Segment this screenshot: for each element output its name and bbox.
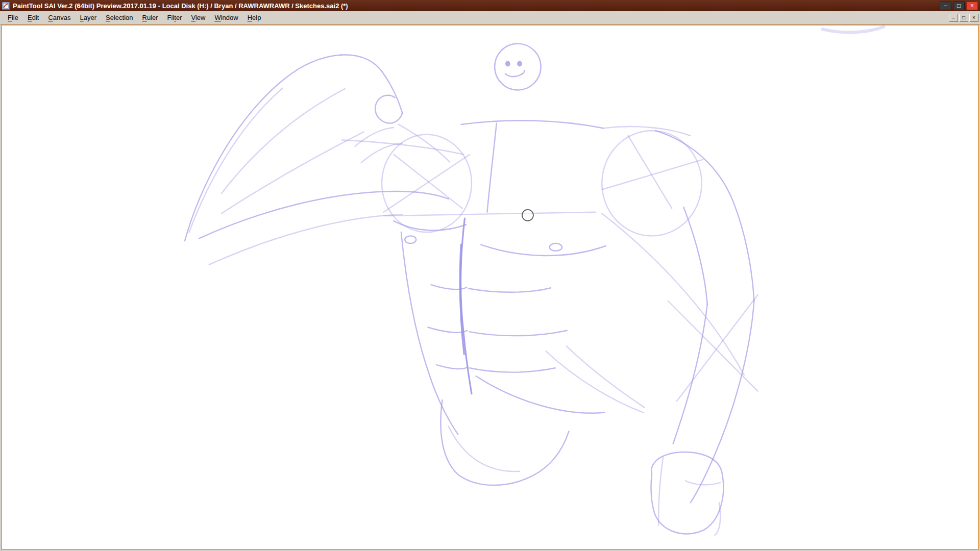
sketch-smiley: [495, 44, 541, 90]
menu-items: FileEditCanvasLayerSelectionRulerFilterV…: [3, 12, 265, 23]
document-window-controls: – □ ×: [949, 14, 978, 22]
menu-bar: FileEditCanvasLayerSelectionRulerFilterV…: [0, 11, 980, 24]
minimize-button[interactable]: –: [940, 2, 951, 10]
sketch-corner-stroke: [823, 27, 884, 32]
menu-edit[interactable]: Edit: [23, 12, 43, 23]
brush-cursor: [522, 210, 533, 221]
sketch-figure: [185, 55, 758, 535]
menu-selection[interactable]: Selection: [101, 12, 137, 23]
document-close-button[interactable]: ×: [969, 14, 978, 22]
menu-help[interactable]: Help: [243, 12, 266, 23]
title-bar: PaintTool SAI Ver.2 (64bit) Preview.2017…: [0, 0, 980, 11]
menu-filter[interactable]: Filter: [163, 12, 187, 23]
close-button[interactable]: ×: [966, 2, 978, 10]
canvas-viewport: [0, 24, 980, 551]
app-icon: [2, 2, 10, 10]
document-restore-button[interactable]: □: [959, 14, 968, 22]
menu-canvas[interactable]: Canvas: [43, 12, 75, 23]
menu-window[interactable]: Window: [210, 12, 242, 23]
drawing-canvas[interactable]: [1, 24, 979, 550]
window-controls: – □ ×: [940, 2, 978, 10]
menu-layer[interactable]: Layer: [75, 12, 101, 23]
window-title: PaintTool SAI Ver.2 (64bit) Preview.2017…: [13, 2, 348, 10]
menu-file[interactable]: File: [3, 12, 23, 23]
restore-button[interactable]: □: [953, 2, 965, 10]
menu-ruler[interactable]: Ruler: [137, 12, 162, 23]
document-minimize-button[interactable]: –: [949, 14, 958, 22]
sketch-drawing: [2, 26, 978, 549]
menu-view[interactable]: View: [186, 12, 210, 23]
